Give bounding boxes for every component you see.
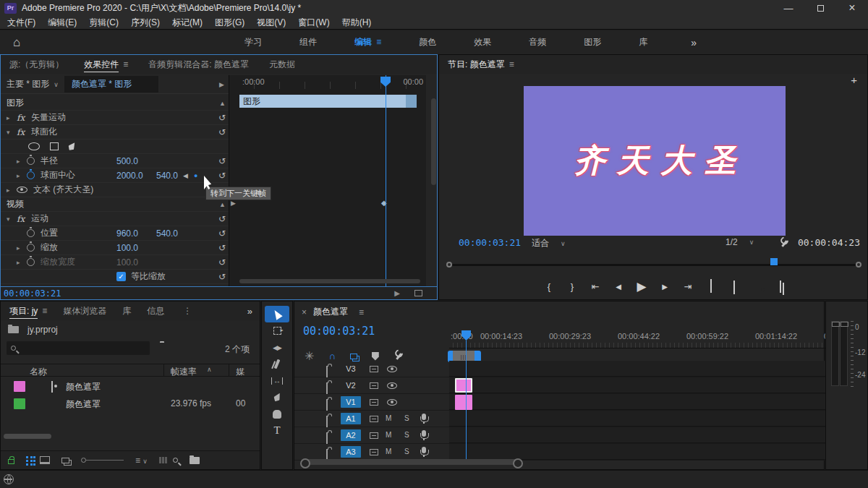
- go-to-out-button[interactable]: ⇥: [683, 281, 693, 292]
- reset-icon[interactable]: ↺: [218, 113, 226, 123]
- menu-help[interactable]: 帮助(H): [342, 17, 372, 29]
- workspace-tab-audio[interactable]: 音频: [510, 36, 565, 48]
- minimize-button[interactable]: —: [773, 0, 804, 16]
- reset-icon[interactable]: ↺: [218, 228, 226, 239]
- extract-button[interactable]: [729, 281, 739, 292]
- expander-icon[interactable]: ▸: [17, 244, 27, 252]
- expander-icon[interactable]: ▾: [7, 129, 17, 136]
- track-v3-content[interactable]: [449, 361, 825, 377]
- workspace-tab-learn[interactable]: 学习: [226, 36, 281, 48]
- step-back-button[interactable]: ◀: [613, 283, 624, 291]
- clip-color-matte[interactable]: [455, 395, 472, 410]
- program-timecode[interactable]: 00:00:03:21: [459, 237, 521, 248]
- sync-lock-icon[interactable]: [370, 416, 378, 422]
- project-writable-icon[interactable]: [8, 459, 14, 464]
- project-file-name[interactable]: jy.prproj: [27, 325, 58, 335]
- track-select-forward-tool[interactable]: [265, 322, 289, 339]
- workspace-tab-editing[interactable]: 编辑≡: [336, 36, 400, 48]
- expander-icon[interactable]: ▸: [17, 158, 27, 165]
- track-lock-icon[interactable]: [326, 416, 328, 427]
- workspace-menu-icon[interactable]: ≡: [376, 37, 381, 47]
- column-divider[interactable]: [163, 364, 164, 376]
- panel-menu-icon[interactable]: ≡: [123, 59, 128, 69]
- scrubber-left-handle[interactable]: [446, 262, 452, 267]
- reset-icon[interactable]: ↺: [218, 171, 226, 181]
- workspace-tab-effects[interactable]: 效果: [455, 36, 510, 48]
- panel-overflow-icon[interactable]: »: [247, 306, 252, 317]
- project-item-color-matte[interactable]: 颜色遮罩: [1, 378, 260, 395]
- tab-libraries[interactable]: 库: [122, 305, 131, 317]
- track-lock-icon[interactable]: [326, 432, 328, 444]
- add-keyframe-button[interactable]: ●: [194, 172, 197, 179]
- zoom-level-dropdown[interactable]: 适合∨: [532, 237, 576, 249]
- ellipse-mask-icon[interactable]: [28, 142, 40, 150]
- ripple-edit-tool[interactable]: ◀▶: [265, 339, 289, 356]
- snap-magnet-icon[interactable]: ∩: [328, 351, 335, 361]
- go-to-in-button[interactable]: ⇤: [590, 281, 600, 292]
- label-color-swatch[interactable]: [14, 381, 25, 392]
- column-header-name[interactable]: 名称: [30, 366, 47, 378]
- playback-resolution-dropdown[interactable]: 1/2∨: [726, 237, 769, 247]
- voiceover-mic-icon[interactable]: [422, 430, 426, 437]
- mute-button[interactable]: M: [386, 431, 391, 439]
- compare-view-button[interactable]: [775, 281, 786, 292]
- uniform-scale-checkbox[interactable]: ✓: [116, 272, 126, 281]
- track-v2-content[interactable]: [449, 377, 825, 393]
- workspace-tab-assembly[interactable]: 组件: [281, 36, 336, 48]
- sort-icons-button[interactable]: ≡ ∨: [135, 455, 148, 466]
- previous-keyframe-button[interactable]: ◀: [183, 172, 188, 179]
- workspace-tab-graphics[interactable]: 图形: [565, 36, 620, 48]
- tab-info[interactable]: 信息: [147, 305, 164, 317]
- property-value-x[interactable]: 2000.0: [116, 171, 143, 181]
- tab-source-monitor[interactable]: 源:（无剪辑）: [9, 59, 64, 71]
- timeline-view-toggle-icon[interactable]: ▶: [219, 81, 224, 88]
- program-preview[interactable]: 齐天大圣: [524, 86, 786, 236]
- property-value[interactable]: 100.0: [116, 243, 138, 253]
- type-tool[interactable]: T: [265, 422, 289, 439]
- track-v1-content[interactable]: [449, 394, 825, 410]
- track-output-eye-icon[interactable]: [387, 366, 397, 372]
- sync-lock-icon[interactable]: [370, 399, 378, 406]
- item-name[interactable]: 颜色遮罩: [66, 398, 101, 411]
- slip-tool[interactable]: ↔: [265, 372, 289, 389]
- expander-icon[interactable]: ▸: [17, 172, 27, 179]
- stopwatch-icon[interactable]: [27, 157, 35, 165]
- maximize-button[interactable]: [804, 0, 836, 16]
- scrubber-playhead[interactable]: [770, 258, 778, 265]
- expander-icon[interactable]: ▸: [7, 187, 17, 194]
- selection-tool[interactable]: [265, 306, 289, 322]
- property-value-x[interactable]: 960.0: [116, 228, 138, 239]
- menu-edit[interactable]: 编辑(E): [48, 17, 77, 29]
- menu-file[interactable]: 文件(F): [7, 17, 35, 29]
- clip-duration-bar[interactable]: 图形: [239, 95, 417, 108]
- voiceover-mic-icon[interactable]: [422, 447, 426, 453]
- track-a1-badge[interactable]: A1: [341, 413, 361, 424]
- effect-row-spherize[interactable]: ▾ fx 球面化 ↺: [1, 125, 229, 140]
- effect-controls-timeline[interactable]: :00:00 00:00 图形 ▶ ◆: [229, 75, 426, 288]
- panel-menu-icon[interactable]: ≡: [359, 307, 364, 317]
- reset-icon[interactable]: ↺: [218, 243, 226, 253]
- property-row-position[interactable]: 位置 960.0 540.0 ↺: [1, 226, 229, 241]
- button-editor-button[interactable]: +: [851, 74, 857, 86]
- pen-mask-icon[interactable]: [67, 141, 77, 153]
- step-forward-button[interactable]: ▶: [660, 283, 670, 291]
- zoom-slider-handle[interactable]: [81, 458, 86, 463]
- reset-icon[interactable]: ↺: [218, 214, 226, 224]
- menu-graphics[interactable]: 图形(G): [215, 17, 244, 29]
- property-row-sphere-center[interactable]: ▸ 球面中心 2000.0 540.0 ◀ ● ↺: [1, 168, 229, 183]
- panel-menu-icon[interactable]: ≡: [509, 59, 514, 69]
- lift-button[interactable]: [706, 281, 716, 292]
- track-v3-badge[interactable]: V3: [341, 363, 361, 374]
- workspace-overflow-icon[interactable]: »: [691, 37, 697, 48]
- solo-button[interactable]: S: [404, 431, 409, 439]
- effect-row-motion[interactable]: ▾ fx 运动 ↺: [1, 212, 229, 226]
- track-v1-badge[interactable]: V1: [341, 396, 361, 408]
- home-icon[interactable]: ⌂: [13, 35, 20, 50]
- property-value-y[interactable]: 540.0: [156, 171, 178, 181]
- section-header-video[interactable]: 视频 ▲: [1, 197, 229, 212]
- mute-button[interactable]: M: [386, 448, 391, 455]
- expander-icon[interactable]: ▾: [7, 215, 17, 223]
- list-view-button[interactable]: [26, 456, 28, 458]
- sync-lock-icon[interactable]: [370, 382, 378, 389]
- reset-icon[interactable]: ↺: [218, 127, 226, 137]
